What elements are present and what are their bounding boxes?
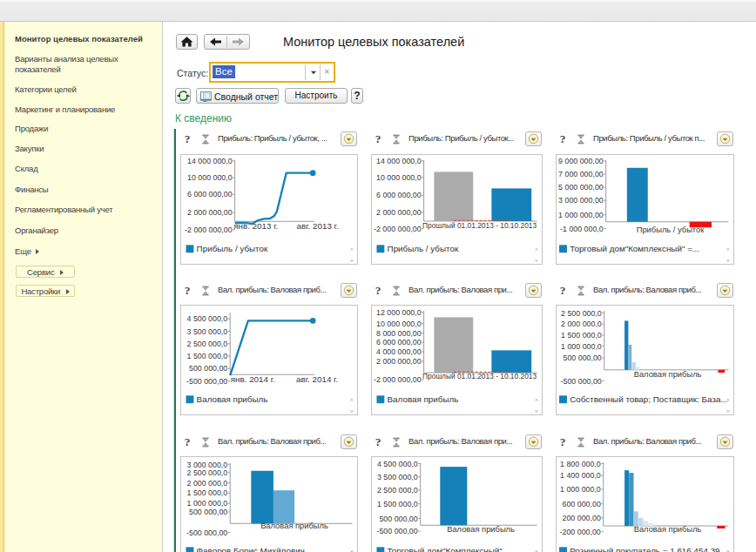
- svg-text:14 000 000,0: 14 000 000,0: [187, 157, 233, 165]
- svg-text:1 000 000,0: 1 000 000,0: [561, 342, 602, 351]
- svg-text:-1 000 000,0: -1 000 000,0: [560, 225, 604, 233]
- svg-text:1 400 000,0: 1 400 000,0: [560, 471, 601, 480]
- svg-text:500 000,00: 500 000,00: [189, 364, 227, 373]
- svg-text:1 000 000,00: 1 000 000,00: [558, 211, 604, 219]
- svg-text:6 000 000,00: 6 000 000,00: [187, 190, 233, 199]
- svg-text:Прошлый 01.01.2013 - 10.10.201: Прошлый 01.01.2013 - 10.10.2013: [422, 372, 537, 380]
- svg-text:Валовая прибыль: Валовая прибыль: [388, 394, 459, 404]
- svg-text:Валовая прибыль: Валовая прибыль: [260, 522, 328, 530]
- svg-text:10 000 000,0: 10 000 000,0: [187, 173, 233, 182]
- svg-text:4 000 000,00: 4 000 000,00: [376, 347, 422, 356]
- svg-text:2 500 000,0: 2 500 000,0: [187, 468, 228, 477]
- svg-text:-200 000,00: -200 000,00: [560, 528, 601, 536]
- svg-text:1 500 000,0: 1 500 000,0: [377, 500, 418, 508]
- svg-text:-500 000,00: -500 000,00: [376, 527, 417, 535]
- svg-text:Прибыль / убыток: Прибыль / убыток: [197, 244, 268, 253]
- svg-text:-500 000,00: -500 000,00: [186, 528, 227, 537]
- svg-text:14 000 000,0: 14 000 000,0: [376, 157, 422, 165]
- svg-text:Прибыль / убыток: Прибыль / убыток: [637, 226, 705, 234]
- svg-text:4 500 000,0: 4 500 000,0: [377, 460, 418, 468]
- svg-text:Валовая прибыль: Валовая прибыль: [634, 370, 702, 379]
- svg-text:2 500 000,0: 2 500 000,0: [187, 340, 228, 348]
- svg-text:2 000 000,00: 2 000 000,00: [187, 208, 233, 217]
- svg-text:4 500 000,0: 4 500 000,0: [187, 314, 228, 323]
- svg-text:янв. 2014 г.: янв. 2014 г.: [231, 374, 275, 384]
- svg-text:Фаворов Борис Михйлович...: Фаворов Борис Михйлович...: [197, 546, 312, 552]
- svg-text:2 500 000,0: 2 500 000,0: [377, 486, 418, 495]
- svg-text:8 000 000,00: 8 000 000,00: [376, 329, 422, 338]
- svg-text:500 000,00: 500 000,00: [379, 515, 417, 523]
- svg-text:1 500 000,0: 1 500 000,0: [187, 352, 228, 360]
- svg-text:авг. 2013 г.: авг. 2013 г.: [296, 221, 338, 231]
- svg-text:5 000 000,00: 5 000 000,00: [558, 183, 604, 192]
- svg-text:500 000,00: 500 000,00: [189, 508, 227, 516]
- svg-text:Розничный покупатель = 1 616 4: Розничный покупатель = 1 616 454,39: [570, 546, 719, 552]
- svg-text:1 500 000,0: 1 500 000,0: [561, 331, 602, 340]
- svg-text:1 000 000,0: 1 000 000,0: [187, 499, 228, 508]
- svg-text:3 500 000,0: 3 500 000,0: [187, 327, 228, 336]
- svg-text:10 000 000,0: 10 000 000,0: [376, 173, 422, 182]
- svg-text:2 000 000,00: 2 000 000,00: [376, 357, 422, 366]
- svg-text:7 000 000,00: 7 000 000,00: [558, 170, 604, 178]
- svg-text:-500 000,00: -500 000,00: [186, 377, 227, 386]
- svg-text:Торговый дом"Комплексный"...: Торговый дом"Комплексный"...: [388, 546, 510, 552]
- svg-text:3 500 000,0: 3 500 000,0: [377, 473, 418, 481]
- svg-text:6 000 000,00: 6 000 000,00: [376, 191, 422, 199]
- svg-text:-2 000 000,00: -2 000 000,00: [374, 225, 422, 233]
- svg-text:Валовая прибыль: Валовая прибыль: [634, 525, 702, 534]
- svg-text:6 000 000,00: 6 000 000,00: [376, 338, 422, 347]
- svg-text:1 800 000,0: 1 800 000,0: [560, 460, 601, 468]
- svg-text:200 000,00: 200 000,00: [563, 514, 601, 522]
- svg-text:-2 000 000,00: -2 000 000,00: [374, 375, 422, 384]
- svg-text:Валовая прибыль: Валовая прибыль: [447, 525, 515, 534]
- svg-text:12 000 000,0: 12 000 000,0: [376, 308, 422, 317]
- svg-text:Прибыль / убыток: Прибыль / убыток: [388, 244, 459, 253]
- svg-text:2 000 000,0: 2 000 000,0: [561, 320, 602, 328]
- svg-text:1 500 000,0: 1 500 000,0: [187, 488, 228, 497]
- svg-text:авг. 2014 г.: авг. 2014 г.: [296, 374, 338, 384]
- svg-text:3 000 000,00: 3 000 000,00: [558, 196, 604, 205]
- svg-text:500 000,00: 500 000,00: [564, 353, 602, 362]
- svg-text:600 000,00: 600 000,00: [563, 500, 601, 508]
- svg-text:9 000 000,00: 9 000 000,00: [558, 157, 604, 165]
- svg-text:янв. 2013 г.: янв. 2013 г.: [233, 221, 278, 231]
- svg-text:-2 000 000,00: -2 000 000,00: [185, 226, 233, 234]
- svg-text:1 000 000,0: 1 000 000,0: [560, 485, 601, 494]
- svg-text:10 000 000,0: 10 000 000,0: [376, 320, 422, 328]
- svg-text:Прошлый 01.01.2013 - 10.10.201: Прошлый 01.01.2013 - 10.10.2013: [422, 221, 537, 230]
- svg-text:Валовая прибыль: Валовая прибыль: [197, 394, 268, 404]
- svg-text:2 000 000,00: 2 000 000,00: [376, 208, 422, 217]
- svg-text:Торговый дом"Комплексный" =...: Торговый дом"Комплексный" =...: [570, 244, 699, 253]
- svg-text:2 000 000,0: 2 000 000,0: [187, 479, 228, 488]
- svg-text:-500 000,00: -500 000,00: [561, 377, 602, 386]
- svg-text:Собственный товар; Поставщик:: Собственный товар; Поставщик: База...: [570, 394, 727, 404]
- svg-text:2 500 000,0: 2 500 000,0: [561, 309, 602, 318]
